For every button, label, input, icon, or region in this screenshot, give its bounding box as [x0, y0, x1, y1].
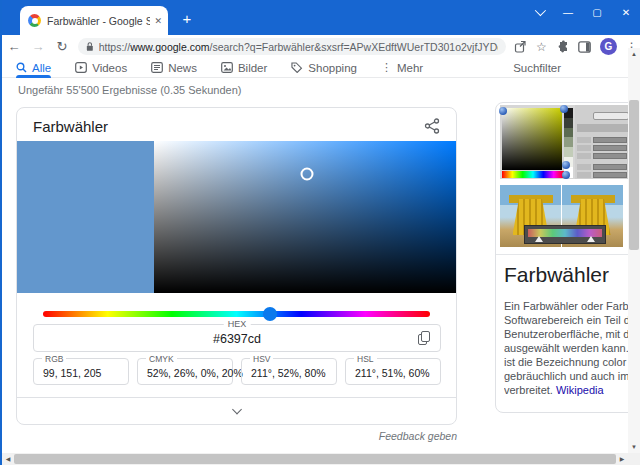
window-controls: — ▢ ✕ [533, 7, 632, 18]
tab-news[interactable]: News [151, 58, 197, 78]
sidebar-image-beach-chairs[interactable] [500, 183, 640, 249]
side-panel-icon[interactable] [578, 41, 591, 53]
address-bar[interactable]: https://www.google.com/search?q=Farbwähl… [78, 38, 506, 55]
hex-input[interactable]: HEX #6397cd [33, 324, 441, 352]
extensions-puzzle-icon[interactable] [556, 40, 569, 53]
tab-videos[interactable]: Videos [75, 58, 127, 78]
shopping-tag-icon [291, 62, 303, 73]
tab-close-icon[interactable]: ✕ [154, 16, 162, 26]
hsl-field[interactable]: HSL 211°, 51%, 60% [345, 358, 441, 385]
forward-button[interactable]: → [26, 39, 50, 54]
reload-button[interactable]: ↻ [50, 39, 74, 54]
picker-gradient-area [17, 141, 456, 293]
close-button[interactable]: ✕ [620, 7, 632, 18]
image-icon [221, 62, 233, 73]
back-button[interactable]: ← [2, 39, 26, 54]
hex-value[interactable]: #6397cd [34, 332, 440, 346]
expand-button[interactable] [17, 397, 456, 424]
google-favicon-icon [28, 14, 41, 27]
tab-mehr[interactable]: ⋮ Mehr [381, 58, 423, 78]
feedback-link[interactable]: Feedback geben [16, 430, 457, 442]
minimize-button[interactable]: — [562, 7, 574, 18]
bookmark-star-icon[interactable]: ☆ [536, 40, 547, 54]
new-tab-button[interactable]: + [178, 10, 196, 28]
color-picker-card: Farbwähler HEX #6397cd RGB 99, 151, 205 [16, 107, 457, 425]
profile-avatar[interactable]: G [600, 38, 617, 55]
tab-search-icon[interactable] [533, 7, 545, 18]
hsv-field[interactable]: HSV 211°, 52%, 80% [241, 358, 337, 385]
scroll-right-icon[interactable]: ▶ [616, 453, 628, 465]
tab-bilder[interactable]: Bilder [221, 58, 267, 78]
toolbar-icons: ☆ G ⋮ [514, 38, 638, 55]
color-value-fields: RGB 99, 151, 205 CMYK 52%, 26%, 0%, 20% … [33, 358, 441, 385]
horizontal-scroll-thumb[interactable] [14, 454, 616, 464]
tab-shopping[interactable]: Shopping [291, 58, 357, 78]
vertical-scroll-thumb[interactable] [629, 100, 639, 250]
hex-label: HEX [224, 319, 251, 329]
knowledge-title: Farbwähler [504, 263, 609, 287]
news-icon [151, 62, 163, 73]
tab-alle[interactable]: Alle [16, 58, 51, 78]
chevron-down-icon [232, 405, 242, 415]
hue-slider-track[interactable] [43, 311, 430, 317]
lock-icon [86, 41, 94, 52]
wikipedia-link[interactable]: Wikipedia [556, 384, 604, 396]
gradient-cursor[interactable] [301, 167, 314, 180]
saturation-value-gradient[interactable] [154, 141, 456, 293]
knowledge-panel: Farbwähler Ein Farbwähler oder Farbmisc … [495, 102, 640, 413]
url-text: https://www.google.com/search?q=Farbwähl… [99, 41, 498, 53]
copy-icon[interactable] [418, 331, 432, 347]
scroll-down-icon[interactable]: ▼ [628, 441, 640, 453]
hue-slider-thumb[interactable] [263, 307, 277, 321]
sidebar-image-color-picker-ui[interactable] [500, 105, 640, 179]
result-stats: Ungefähr 55'500 Ergebnisse (0.35 Sekunde… [18, 84, 241, 96]
horizontal-scrollbar[interactable]: ◀ ▶ [2, 453, 640, 465]
card-title: Farbwähler [33, 118, 108, 135]
browser-tab[interactable]: Farbwähler - Google Suche ✕ [20, 6, 168, 35]
vertical-scrollbar[interactable]: ▲ ▼ [628, 48, 640, 453]
selected-color-swatch [17, 141, 154, 293]
cmyk-field[interactable]: CMYK 52%, 26%, 0%, 20% [137, 358, 233, 385]
scroll-left-icon[interactable]: ◀ [2, 453, 14, 465]
more-vert-icon: ⋮ [381, 61, 392, 74]
search-icon [16, 62, 27, 73]
title-bar: Farbwähler - Google Suche ✕ + — ▢ ✕ [2, 0, 640, 35]
suchfilter-button[interactable]: Suchfilter [513, 62, 561, 74]
browser-toolbar: ← → ↻ https://www.google.com/search?q=Fa… [2, 35, 640, 58]
video-icon [75, 62, 87, 73]
maximize-button[interactable]: ▢ [591, 7, 603, 18]
knowledge-description: Ein Farbwähler oder Farbmisc Softwareber… [504, 299, 640, 397]
scroll-up-icon[interactable]: ▲ [628, 48, 640, 60]
browser-window: Farbwähler - Google Suche ✕ + — ▢ ✕ ← → … [0, 0, 640, 465]
search-result-tabs: Alle Videos News Bilder Shopping ⋮ Mehr … [2, 58, 630, 78]
rgb-field[interactable]: RGB 99, 151, 205 [33, 358, 129, 385]
tab-title: Farbwähler - Google Suche [47, 15, 150, 27]
share-page-icon[interactable] [514, 40, 527, 53]
share-icon[interactable] [424, 118, 442, 136]
